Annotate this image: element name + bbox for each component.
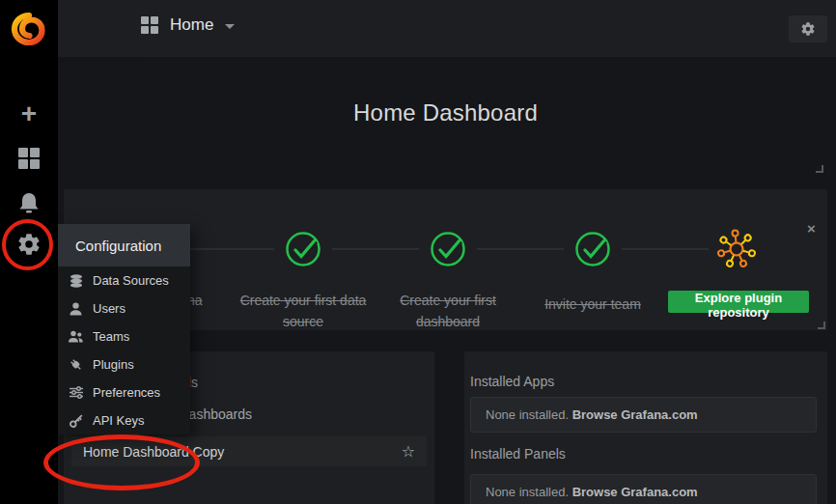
- step-connector: [187, 248, 274, 250]
- close-icon[interactable]: ×: [807, 221, 816, 236]
- sliders-icon: [69, 386, 83, 399]
- step-connector: [622, 248, 709, 250]
- browse-grafana-link[interactable]: Browse Grafana.com: [572, 485, 698, 499]
- menu-item-label: Data Sources: [93, 273, 169, 288]
- configuration-gear-item[interactable]: [0, 232, 58, 257]
- grafana-app: Home Home Dashboard × In: [0, 0, 836, 504]
- installed-apps-empty-row: None installed. Browse Grafana.com: [470, 397, 817, 433]
- dashboard-link[interactable]: Home Dashboard Copy: [83, 444, 224, 460]
- step-connector: [332, 248, 419, 250]
- dashboard-list-item[interactable]: Home Dashboard Copy ☆: [71, 436, 427, 466]
- dashboard-grid-icon: [141, 16, 158, 34]
- panel-resize-handle[interactable]: [816, 165, 823, 173]
- key-icon: [69, 414, 83, 428]
- step-label-create-dashboard[interactable]: Create your first dashboard: [376, 290, 520, 332]
- plus-glyph: +: [21, 100, 37, 127]
- step-connector: [477, 248, 564, 250]
- menu-item-users[interactable]: Users: [58, 294, 190, 322]
- menu-item-label: API Keys: [93, 413, 144, 428]
- explore-plugin-repository-button[interactable]: Explore plugin repository: [668, 291, 809, 313]
- navbar: Home: [58, 0, 836, 57]
- menu-item-label: Plugins: [93, 357, 134, 372]
- installed-apps-heading: Installed Apps: [470, 374, 554, 389]
- configuration-popup: Configuration Data Sources Users Teams P…: [58, 224, 190, 434]
- check-circle-icon: [571, 227, 615, 271]
- bell-icon: [18, 191, 40, 215]
- menu-item-label: Preferences: [93, 385, 160, 400]
- database-icon: [69, 274, 83, 288]
- check-circle-icon: [281, 227, 325, 271]
- configuration-popup-header: Configuration: [58, 224, 190, 266]
- menu-item-data-sources[interactable]: Data Sources: [58, 266, 190, 294]
- user-icon: [69, 302, 83, 316]
- installed-panels-empty-row: None installed. Browse Grafana.com: [470, 474, 817, 504]
- step-label-invite-team[interactable]: Invite your team: [520, 294, 665, 315]
- menu-item-api-keys[interactable]: API Keys: [58, 406, 190, 434]
- plug-icon: [69, 358, 83, 372]
- gear-icon: [16, 232, 42, 257]
- menu-item-preferences[interactable]: Preferences: [58, 378, 190, 406]
- grid-icon: [18, 148, 40, 169]
- menu-item-teams[interactable]: Teams: [58, 322, 190, 350]
- none-installed-text: None installed.: [486, 485, 572, 499]
- menu-item-label: Teams: [93, 329, 129, 344]
- breadcrumb: Home: [170, 15, 213, 35]
- dashboard-picker[interactable]: Home: [141, 15, 235, 35]
- configuration-menu: Data Sources Users Teams Plugins Prefere…: [58, 266, 190, 434]
- browse-grafana-link[interactable]: Browse Grafana.com: [572, 407, 698, 422]
- grafana-logo[interactable]: [9, 9, 49, 49]
- create-plus-icon[interactable]: +: [0, 100, 58, 127]
- star-icon[interactable]: ☆: [402, 442, 415, 461]
- gear-icon: [800, 21, 816, 37]
- menu-item-label: Users: [93, 301, 125, 316]
- plugin-repository-icon: [714, 227, 759, 271]
- alerting-bell-icon[interactable]: [0, 191, 58, 215]
- none-installed-text: None installed.: [486, 407, 572, 422]
- step-label-create-data-source[interactable]: Create your first data source: [231, 290, 376, 332]
- panel-resize-handle[interactable]: [818, 322, 825, 329]
- dashboards-icon[interactable]: [0, 148, 58, 169]
- check-circle-icon: [426, 227, 470, 271]
- users-icon: [69, 330, 83, 343]
- page-title: Home Dashboard: [64, 99, 827, 126]
- dashboard-settings-button[interactable]: [789, 15, 827, 42]
- installed-panels-heading: Installed Panels: [470, 446, 566, 462]
- menu-item-plugins[interactable]: Plugins: [58, 350, 190, 378]
- chevron-down-icon: [225, 24, 235, 29]
- sidebar: +: [0, 0, 58, 504]
